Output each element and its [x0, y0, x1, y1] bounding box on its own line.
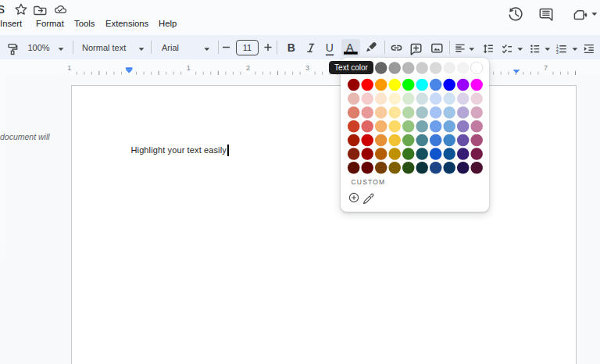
svg-text:3: 3: [305, 64, 309, 72]
svg-text:1: 1: [187, 64, 191, 72]
svg-text:B: B: [288, 41, 295, 54]
svg-text:2: 2: [246, 64, 250, 72]
svg-text:1: 1: [67, 64, 71, 72]
svg-text:3: 3: [556, 50, 559, 55]
svg-text:7: 7: [544, 64, 548, 72]
svg-text:U: U: [326, 41, 334, 54]
